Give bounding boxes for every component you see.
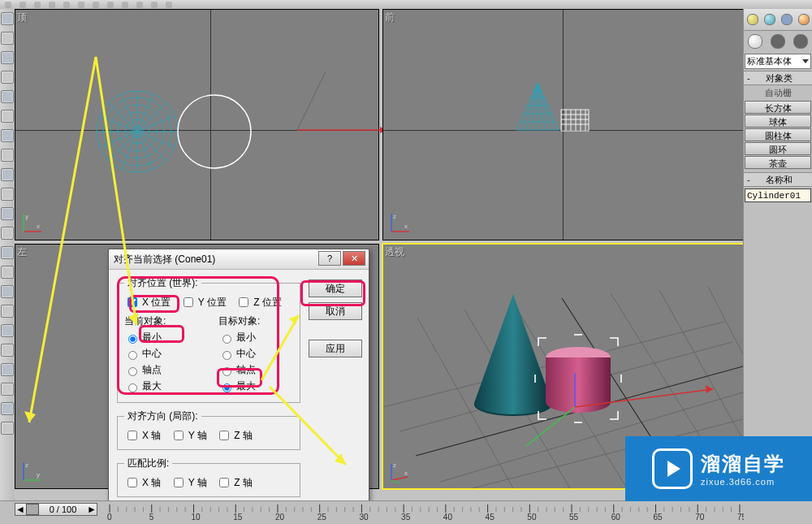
tool-icon[interactable]	[1, 110, 14, 123]
left-toolbar	[0, 9, 15, 501]
scroll-thumb[interactable]	[26, 504, 39, 515]
tool-icon[interactable]	[1, 188, 14, 201]
tab-create-icon[interactable]	[747, 14, 758, 25]
primitive-torus-button[interactable]: 圆环	[745, 142, 811, 155]
primitive-cylinder-button[interactable]: 圆柱体	[745, 128, 811, 141]
category-dropdown[interactable]: 标准基本体	[745, 54, 811, 69]
svg-line-76	[391, 480, 400, 483]
tool-icon[interactable]	[1, 402, 14, 415]
target-pivot-radio[interactable]: 轴点	[218, 363, 293, 377]
svg-marker-72	[706, 385, 713, 393]
panel-tabs[interactable]	[744, 9, 812, 31]
tool-icon[interactable]	[1, 383, 14, 396]
viewport-front[interactable]: 前	[382, 9, 744, 240]
minus-icon: -	[747, 175, 750, 184]
apply-button[interactable]: 应用	[309, 340, 362, 357]
section-object-type[interactable]: - 对象类	[744, 71, 812, 85]
ok-button[interactable]: 确定	[309, 279, 362, 297]
chk-z-axis-orient[interactable]: Z 轴	[216, 428, 253, 443]
frame-display: 0 / 100	[39, 505, 87, 514]
tab-hierarchy-icon[interactable]	[781, 14, 793, 25]
tool-icon[interactable]	[1, 71, 14, 84]
current-center-radio[interactable]: 中心	[124, 347, 199, 361]
tool-icon[interactable]	[1, 207, 14, 220]
axis-gizmo-icon: y z	[20, 459, 45, 483]
selected-circle-icon	[176, 93, 253, 171]
group-match-scale-label: 匹配比例:	[124, 457, 172, 470]
tool-icon[interactable]	[1, 266, 14, 279]
chk-x-axis-orient[interactable]: X 轴	[124, 428, 161, 443]
svg-text:15: 15	[233, 513, 243, 521]
viewport-top[interactable]: 顶	[15, 9, 379, 240]
svg-text:z: z	[25, 461, 28, 469]
tool-icon[interactable]	[1, 51, 14, 64]
category-dropdown-label: 标准基本体	[747, 55, 792, 67]
chk-y-axis-orient[interactable]: Y 轴	[171, 428, 207, 443]
svg-text:65: 65	[653, 513, 663, 521]
tool-icon[interactable]	[1, 305, 14, 318]
command-panel: 标准基本体 - 对象类 自动栅 长方体 球体 圆柱体 圆环 茶壶 - 名称和	[743, 9, 812, 501]
svg-text:10: 10	[191, 513, 201, 521]
target-min-radio[interactable]: 最小	[218, 331, 293, 344]
chk-y-position[interactable]: Y 位置	[180, 295, 227, 310]
tool-icon[interactable]	[1, 32, 14, 45]
panel-subtabs[interactable]	[744, 31, 812, 52]
tool-icon[interactable]	[1, 246, 14, 259]
scroll-right-icon[interactable]: ►	[87, 505, 97, 514]
section-name-color[interactable]: - 名称和	[744, 172, 812, 187]
tool-icon[interactable]	[1, 149, 14, 162]
tool-icon[interactable]	[1, 90, 14, 103]
current-pivot-radio[interactable]: 轴点	[124, 363, 199, 377]
help-button[interactable]: ?	[318, 251, 341, 266]
svg-text:x: x	[37, 223, 40, 230]
scroll-left-icon[interactable]: ◄	[15, 505, 25, 514]
tab-modify-icon[interactable]	[764, 14, 775, 25]
current-min-radio[interactable]: 最小	[124, 331, 199, 344]
tool-icon[interactable]	[1, 422, 14, 435]
target-max-radio[interactable]: 最大	[218, 379, 293, 393]
tab-motion-icon[interactable]	[798, 14, 810, 25]
tool-icon[interactable]	[1, 129, 14, 142]
svg-text:25: 25	[317, 513, 327, 521]
dialog-titlebar[interactable]: 对齐当前选择 (Cone01) ? ✕	[109, 249, 369, 270]
svg-line-73	[526, 407, 575, 446]
tool-icon[interactable]	[1, 168, 14, 181]
group-align-orientation-label: 对齐方向 (局部):	[124, 409, 201, 423]
cancel-button[interactable]: 取消	[309, 302, 362, 320]
svg-line-12	[108, 102, 137, 132]
primitive-teapot-button[interactable]: 茶壶	[745, 156, 811, 169]
subtab-geometry-icon[interactable]	[748, 34, 762, 49]
tool-icon[interactable]	[1, 324, 14, 337]
svg-text:x: x	[404, 223, 408, 230]
svg-line-25	[297, 71, 326, 130]
tool-icon[interactable]	[1, 363, 14, 376]
current-max-radio[interactable]: 最大	[124, 379, 199, 393]
tool-icon[interactable]	[1, 12, 14, 25]
group-align-position-label: 对齐位置 (世界):	[124, 276, 201, 290]
tool-icon[interactable]	[1, 227, 14, 240]
svg-text:z: z	[393, 461, 396, 469]
chk-z-axis-scale[interactable]: Z 轴	[216, 475, 253, 490]
svg-point-22	[178, 95, 251, 168]
timeline-scrollbar[interactable]: ◄ 0 / 100 ►	[15, 503, 97, 516]
svg-text:35: 35	[401, 513, 411, 521]
primitive-box-button[interactable]: 长方体	[745, 101, 811, 114]
object-name-input[interactable]	[745, 188, 811, 202]
svg-line-10	[137, 102, 166, 132]
target-center-radio[interactable]: 中心	[218, 347, 293, 361]
svg-text:75: 75	[737, 513, 744, 521]
subtab-shapes-icon[interactable]	[771, 34, 785, 49]
group-align-orientation: 对齐方向 (局部): X 轴 Y 轴 Z 轴	[117, 409, 300, 450]
svg-text:40: 40	[443, 513, 453, 521]
tool-icon[interactable]	[1, 285, 14, 298]
primitive-sphere-button[interactable]: 球体	[745, 115, 811, 128]
chk-x-axis-scale[interactable]: X 轴	[124, 475, 161, 490]
svg-line-13	[137, 132, 166, 161]
close-button[interactable]: ✕	[343, 251, 365, 266]
tool-icon[interactable]	[1, 344, 14, 357]
chk-x-position[interactable]: X 位置	[124, 295, 171, 310]
chk-z-position[interactable]: Z 位置	[235, 295, 282, 310]
subtab-lights-icon[interactable]	[793, 34, 808, 49]
timeline-ruler[interactable]: 051015202530354045505560657075	[106, 503, 744, 521]
chk-y-axis-scale[interactable]: Y 轴	[171, 475, 207, 490]
